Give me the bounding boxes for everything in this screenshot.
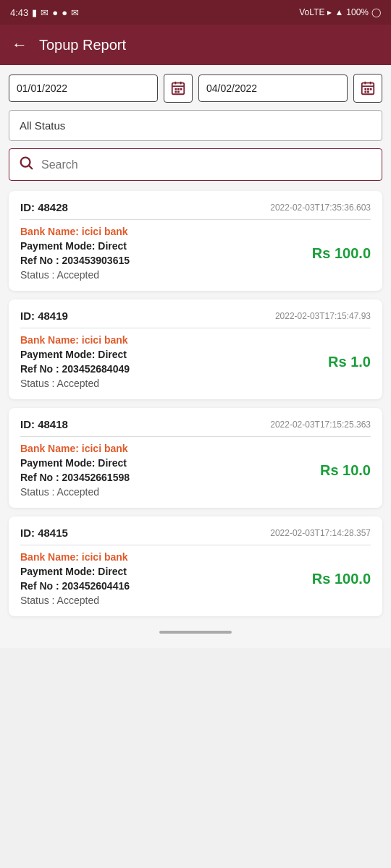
svg-rect-8	[177, 91, 180, 93]
bank-name: Bank Name: icici bank	[20, 334, 130, 346]
card-header: ID: 48415 2022-02-03T17:14:28.357	[20, 527, 371, 545]
status-text: Status : Accepted	[20, 595, 130, 606]
svg-rect-16	[364, 91, 366, 93]
whatsapp-icon: ✉	[71, 7, 79, 18]
transaction-id: ID: 48418	[20, 418, 68, 430]
svg-line-19	[29, 166, 32, 169]
payment-mode: Payment Mode: Direct	[20, 457, 130, 469]
svg-rect-17	[367, 91, 369, 93]
signal-icon: ▲	[335, 7, 343, 17]
transaction-card: ID: 48415 2022-02-03T17:14:28.357 Bank N…	[9, 516, 382, 616]
bank-name: Bank Name: icici bank	[20, 551, 130, 563]
payment-mode: Payment Mode: Direct	[20, 240, 130, 252]
ref-no: Ref No : 203453903615	[20, 255, 130, 266]
transaction-amount: Rs 1.0	[328, 354, 371, 370]
payment-mode: Payment Mode: Direct	[20, 349, 130, 360]
card-details: Bank Name: icici bank Payment Mode: Dire…	[20, 551, 130, 606]
transactions-list: ID: 48428 2022-02-03T17:35:36.603 Bank N…	[9, 191, 382, 616]
status-text: Status : Accepted	[20, 269, 130, 281]
page-title: Topup Report	[39, 37, 126, 54]
sim-icon: ▮	[32, 7, 37, 18]
transaction-timestamp: 2022-02-03T17:35:36.603	[270, 203, 371, 213]
svg-rect-7	[175, 91, 177, 93]
status-bar: 4:43 ▮ ✉ ● ● ✉ VoLTE ▸ ▲ 100% ◯	[0, 0, 391, 25]
transaction-card: ID: 48428 2022-02-03T17:35:36.603 Bank N…	[9, 191, 382, 291]
calendar-icon-end	[360, 80, 376, 96]
card-details: Bank Name: icici bank Payment Mode: Dire…	[20, 334, 130, 389]
bank-name: Bank Name: icici bank	[20, 226, 130, 237]
ref-no: Ref No : 203452661598	[20, 472, 130, 483]
scroll-bar	[159, 631, 232, 634]
volte-icon: VoLTE	[299, 7, 324, 17]
battery-display: 100%	[346, 7, 369, 17]
msg-icon: ✉	[41, 7, 49, 18]
card-body: Bank Name: icici bank Payment Mode: Dire…	[20, 226, 371, 281]
status-text: Status : Accepted	[20, 378, 130, 389]
end-date-calendar-button[interactable]	[353, 74, 382, 103]
transaction-timestamp: 2022-02-03T17:15:25.363	[270, 420, 371, 430]
card-body: Bank Name: icici bank Payment Mode: Dire…	[20, 551, 371, 606]
payment-mode: Payment Mode: Direct	[20, 566, 130, 577]
svg-rect-13	[364, 88, 366, 90]
svg-rect-14	[367, 88, 369, 90]
notification-icon: ●	[52, 7, 58, 18]
transaction-id: ID: 48419	[20, 310, 68, 322]
date-range-row: 01/01/2022 04/02/2022	[9, 74, 382, 103]
transaction-amount: Rs 100.0	[312, 571, 371, 587]
card-details: Bank Name: icici bank Payment Mode: Dire…	[20, 226, 130, 281]
status-left: 4:43 ▮ ✉ ● ● ✉	[10, 7, 79, 18]
svg-rect-15	[370, 88, 372, 90]
transaction-card: ID: 48419 2022-02-03T17:15:47.93 Bank Na…	[9, 299, 382, 399]
status-filter-dropdown[interactable]: All Status Accepted Rejected Pending	[9, 110, 382, 141]
wifi-icon: ▸	[327, 7, 332, 17]
start-date-calendar-button[interactable]	[164, 74, 193, 103]
search-input[interactable]	[41, 158, 373, 171]
card-body: Bank Name: icici bank Payment Mode: Dire…	[20, 334, 371, 389]
transaction-id: ID: 48415	[20, 527, 68, 539]
transaction-timestamp: 2022-02-03T17:14:28.357	[270, 528, 371, 538]
svg-rect-4	[175, 88, 177, 90]
status-right: VoLTE ▸ ▲ 100% ◯	[299, 7, 381, 17]
scroll-indicator	[9, 625, 382, 639]
bank-name: Bank Name: icici bank	[20, 443, 130, 454]
end-date-field[interactable]: 04/02/2022	[198, 75, 348, 102]
ref-no: Ref No : 203452684049	[20, 363, 130, 375]
search-bar	[9, 148, 382, 181]
card-header: ID: 48428 2022-02-03T17:35:36.603	[20, 201, 371, 220]
calendar-icon-start	[170, 80, 186, 96]
svg-rect-5	[177, 88, 180, 90]
main-content: 01/01/2022 04/02/2022	[0, 65, 391, 648]
time-display: 4:43	[10, 7, 28, 18]
status-text: Status : Accepted	[20, 486, 130, 498]
back-button[interactable]: ←	[12, 35, 28, 54]
transaction-id: ID: 48428	[20, 201, 68, 213]
card-header: ID: 48418 2022-02-03T17:15:25.363	[20, 418, 371, 437]
search-icon	[18, 155, 34, 174]
card-body: Bank Name: icici bank Payment Mode: Dire…	[20, 443, 371, 498]
transaction-timestamp: 2022-02-03T17:15:47.93	[275, 311, 371, 321]
app-header: ← Topup Report	[0, 25, 391, 65]
record-icon: ◯	[371, 7, 381, 17]
start-date-field[interactable]: 01/01/2022	[9, 75, 158, 102]
card-details: Bank Name: icici bank Payment Mode: Dire…	[20, 443, 130, 498]
transaction-card: ID: 48418 2022-02-03T17:15:25.363 Bank N…	[9, 408, 382, 508]
transaction-amount: Rs 100.0	[312, 245, 371, 262]
transaction-amount: Rs 10.0	[320, 462, 371, 479]
svg-rect-6	[180, 88, 182, 90]
card-header: ID: 48419 2022-02-03T17:15:47.93	[20, 310, 371, 328]
ref-no: Ref No : 203452604416	[20, 580, 130, 592]
notification-icon2: ●	[62, 7, 67, 18]
